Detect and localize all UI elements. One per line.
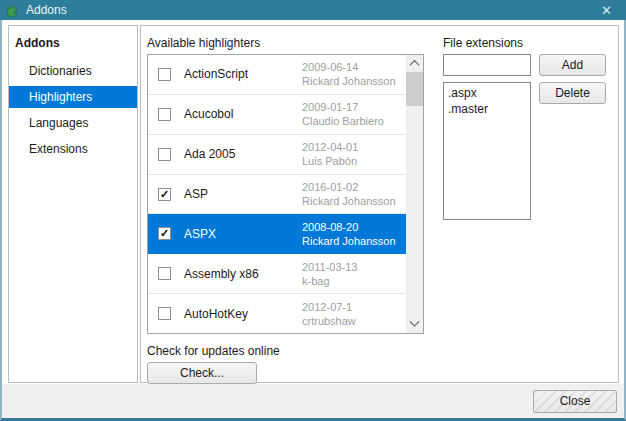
sidebar-item-highlighters[interactable]: Highlighters [9, 86, 137, 108]
highlighter-author: Luis Pabón [302, 154, 358, 168]
chevron-up-icon [410, 60, 420, 70]
highlighter-name: ActionScript [184, 67, 302, 81]
scrollbar-up-button[interactable] [406, 55, 423, 72]
highlighter-author: k-bag [302, 274, 357, 288]
highlighter-checkbox[interactable] [158, 307, 171, 320]
window-close-icon[interactable]: ✕ [595, 3, 618, 18]
sidebar: Addons DictionariesHighlightersLanguages… [8, 25, 138, 383]
sidebar-header: Addons [9, 34, 137, 60]
file-extensions-section: File extensions Add .aspx.master Delete [429, 26, 618, 382]
highlighter-author: Rickard Johansson [302, 234, 396, 248]
highlighter-checkbox[interactable] [158, 68, 171, 81]
dialog-footer: Close [2, 384, 624, 418]
highlighter-checkbox[interactable] [158, 148, 171, 161]
highlighter-row[interactable]: ✓ASPX2008-08-20Rickard Johansson [148, 214, 406, 254]
highlighter-checkbox[interactable]: ✓ [158, 188, 171, 201]
highlighter-row[interactable]: ✓ASP2016-01-02Rickard Johansson [148, 175, 406, 215]
highlighter-row[interactable]: Assembly x862011-03-13k-bag [148, 254, 406, 294]
scrollbar-thumb[interactable] [406, 72, 423, 106]
highlighter-author: Claudio Barbiero [302, 114, 384, 128]
puzzle-icon [6, 3, 20, 17]
highlighter-row[interactable]: Ada 20052012-04-01Luis Pabón [148, 135, 406, 175]
highlighter-rows: ActionScript2009-06-14Rickard JohanssonA… [148, 55, 406, 333]
extension-list-item[interactable]: .master [448, 101, 526, 117]
file-extensions-label: File extensions [443, 36, 606, 50]
titlebar[interactable]: Addons ✕ [0, 0, 626, 20]
highlighter-date: 2012-07-1 [302, 300, 356, 314]
highlighters-section: Available highlighters ActionScript2009-… [141, 26, 429, 382]
highlighter-checkbox[interactable] [158, 108, 171, 121]
highlighter-name: ASPX [184, 227, 302, 241]
close-button[interactable]: Close [533, 390, 617, 413]
highlighter-row[interactable]: AutoHotKey2012-07-1crtrubshaw [148, 294, 406, 333]
addons-dialog: Addons ✕ Addons DictionariesHighlighters… [0, 0, 626, 421]
sidebar-item-extensions[interactable]: Extensions [9, 138, 137, 160]
highlighter-name: AutoHotKey [184, 307, 302, 321]
highlighter-meta: 2008-08-20Rickard Johansson [302, 220, 396, 248]
highlighter-row[interactable]: Acucobol2009-01-17Claudio Barbiero [148, 95, 406, 135]
highlighter-checkbox[interactable]: ✓ [158, 227, 171, 240]
chevron-down-icon [410, 317, 420, 327]
add-button[interactable]: Add [539, 54, 606, 76]
sidebar-item-languages[interactable]: Languages [9, 112, 137, 134]
window-title: Addons [26, 3, 595, 17]
highlighter-meta: 2016-01-02Rickard Johansson [302, 180, 396, 208]
highlighter-date: 2016-01-02 [302, 180, 396, 194]
highlighter-name: Acucobol [184, 107, 302, 121]
sidebar-items: DictionariesHighlightersLanguagesExtensi… [9, 60, 137, 160]
extensions-listbox[interactable]: .aspx.master [443, 82, 531, 220]
highlighter-checkbox[interactable] [158, 267, 171, 280]
extension-list-item[interactable]: .aspx [448, 85, 526, 101]
highlighter-author: Rickard Johansson [302, 194, 396, 208]
highlighter-meta: 2012-04-01Luis Pabón [302, 140, 358, 168]
highlighter-name: Ada 2005 [184, 147, 302, 161]
dialog-content: Addons DictionariesHighlightersLanguages… [2, 20, 624, 384]
sidebar-item-dictionaries[interactable]: Dictionaries [9, 60, 137, 82]
highlighter-date: 2011-03-13 [302, 260, 357, 274]
highlighter-author: crtrubshaw [302, 314, 356, 328]
highlighter-date: 2008-08-20 [302, 220, 396, 234]
main-panel: Available highlighters ActionScript2009-… [140, 25, 619, 383]
highlighter-meta: 2011-03-13k-bag [302, 260, 357, 288]
available-highlighters-label: Available highlighters [147, 36, 429, 50]
highlighter-meta: 2009-01-17Claudio Barbiero [302, 100, 384, 128]
highlighter-date: 2012-04-01 [302, 140, 358, 154]
scrollbar-down-button[interactable] [406, 316, 423, 333]
highlighter-date: 2009-01-17 [302, 100, 384, 114]
extension-input[interactable] [443, 54, 531, 76]
highlighter-row[interactable]: ActionScript2009-06-14Rickard Johansson [148, 55, 406, 95]
check-updates-label: Check for updates online [147, 344, 429, 358]
delete-button[interactable]: Delete [539, 82, 606, 104]
check-button[interactable]: Check... [147, 362, 257, 384]
highlighter-date: 2009-06-14 [302, 60, 396, 74]
highlighters-listbox: ActionScript2009-06-14Rickard JohanssonA… [147, 54, 424, 334]
highlighter-author: Rickard Johansson [302, 74, 396, 88]
highlighter-meta: 2012-07-1crtrubshaw [302, 300, 356, 328]
highlighter-name: Assembly x86 [184, 267, 302, 281]
highlighter-name: ASP [184, 187, 302, 201]
vertical-scrollbar[interactable] [406, 55, 423, 333]
highlighter-meta: 2009-06-14Rickard Johansson [302, 60, 396, 88]
